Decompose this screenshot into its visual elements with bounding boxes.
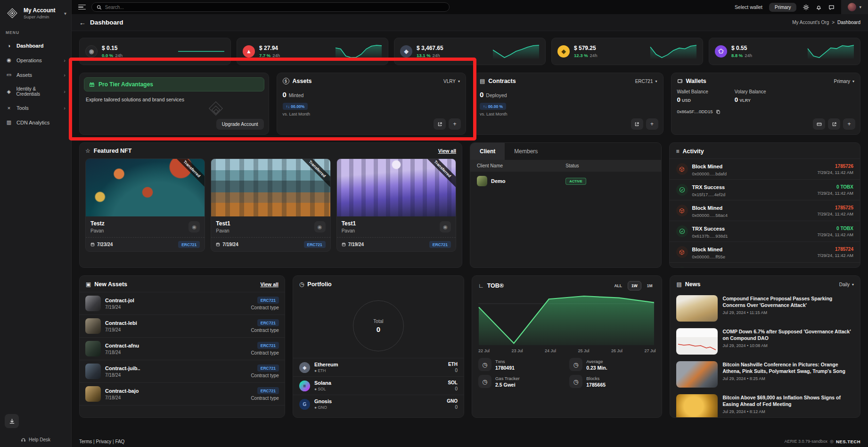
contracts-export-button[interactable]	[631, 118, 643, 130]
activity-row[interactable]: Block Mined0x00000.....bdafd 17857267/29…	[670, 158, 860, 179]
news-item[interactable]: Bitcoin Above $69,000 as Inflation Shows…	[670, 391, 860, 418]
portfolio-row[interactable]: ≡ Solana● SOL SOL0	[293, 376, 464, 395]
search-bar[interactable]	[91, 2, 450, 12]
tab-members[interactable]: Members	[505, 143, 547, 160]
credit-card-icon	[817, 122, 822, 127]
breadcrumb-org[interactable]: My Account's Org	[792, 20, 829, 25]
sidebar-item-cdn-analytics[interactable]: ▥ CDN Analytics	[0, 115, 71, 130]
download-button[interactable]	[5, 414, 19, 428]
ticker-change: 0.0 %	[102, 53, 113, 58]
sidebar-item-label: Assets	[16, 72, 32, 78]
sidebar-item-identity-credentials[interactable]: ◈ Identity & Credentials ›	[0, 82, 71, 101]
wallet-add-button[interactable]: +	[843, 118, 855, 130]
help-desk-link[interactable]: Help Desk	[0, 434, 71, 445]
portfolio-row[interactable]: ◆ Ethereum● ETH ETH0	[293, 358, 464, 376]
notifications-button[interactable]	[816, 4, 822, 10]
assets-add-button[interactable]: +	[449, 118, 461, 130]
list-item[interactable]: Contract-lebi7/19/24 ERC721Contract type	[80, 315, 285, 337]
ticker-period: 24h	[115, 53, 123, 58]
assets-export-button[interactable]	[434, 118, 446, 130]
assets-token-dropdown[interactable]: VLRY ▾	[443, 79, 460, 84]
timestamp: 7/29/24, 11:42 AM	[818, 253, 853, 258]
activity-row[interactable]: TRX Success0x15f17.....4ef2d 0 TOBX7/29/…	[670, 179, 860, 200]
list-item[interactable]: Contract-bajo7/18/24 ERC721Contract type	[80, 382, 285, 405]
upgrade-account-button[interactable]: Upgrade Account	[216, 119, 264, 130]
news-item[interactable]: Compound Finance Proposal Passes Sparkin…	[670, 292, 860, 325]
chevron-right-icon: ›	[64, 58, 66, 63]
tx-hash: 0x15f17.....4ef2d	[692, 192, 726, 197]
timestamp: 7/29/24, 11:42 AM	[818, 170, 853, 175]
search-input[interactable]	[105, 5, 444, 10]
tx-hash: 0x00000.....bdafd	[692, 171, 727, 176]
pro-tier-card: Pro Tier Advantages Explore tailored sol…	[79, 73, 269, 135]
plus-icon: +	[453, 121, 456, 127]
table-row[interactable]: Demo ACTIVE	[470, 172, 661, 190]
wallet-select-dropdown[interactable]: Primary ▾	[834, 79, 854, 84]
back-button[interactable]: ←	[79, 19, 86, 26]
terms-link[interactable]: Terms	[79, 439, 92, 444]
price-ticker-row: ◉ $ 0.15 0.0 %24h ▲ $ 27.94 7.7 %24h	[79, 38, 860, 65]
portfolio-donut-chart: Total 0	[353, 300, 404, 351]
account-switcher[interactable]: My Account Super Admin ▾	[0, 0, 71, 27]
sparkline-chart	[650, 43, 697, 59]
faq-link[interactable]: FAQ	[115, 439, 124, 444]
activity-row[interactable]: TRX Success0x6137b.....938d1 0 TOBX7/29/…	[670, 221, 860, 241]
hamburger-menu-icon[interactable]	[78, 5, 86, 10]
activity-row[interactable]: Block Mined0x00000.....ff55e 17857247/29…	[670, 241, 860, 262]
sidebar-item-assets[interactable]: ▭ Assets ›	[0, 67, 71, 82]
news-item[interactable]: Bitcoin Nashville Conference in Pictures…	[670, 358, 860, 391]
token-chip-icon: ◉	[314, 221, 326, 232]
messages-button[interactable]	[828, 4, 835, 10]
list-item[interactable]: Contract-juib..7/18/24 ERC721Contract ty…	[80, 360, 285, 382]
news-frequency-dropdown[interactable]: Daily ▾	[839, 282, 854, 287]
nft-card[interactable]: Transferred Test1 Pavan ◉	[336, 158, 456, 252]
wallet-address: 0x86a5F....0DD15	[677, 109, 713, 114]
portfolio-row[interactable]: G Gnosis● GNO GNO0	[293, 395, 464, 413]
erc721-badge: ERC721	[304, 241, 326, 248]
nft-card[interactable]: Transferred Test1 Pavan ◉	[211, 158, 330, 252]
sidebar-item-dashboard[interactable]: ◑ Dashboard	[0, 39, 71, 53]
gnosis-coin-icon: G	[299, 399, 310, 410]
activity-row[interactable]: Block Mined0x00000.....58ac4 17857257/29…	[670, 200, 860, 221]
sparkline-chart	[178, 43, 225, 59]
theme-toggle-button[interactable]	[803, 4, 809, 10]
external-link-icon	[832, 122, 837, 127]
nft-card[interactable]: Transferred Testz Pavan ◉	[85, 158, 205, 252]
nft-view-all-link[interactable]: View all	[438, 148, 456, 154]
clock-icon: ◷	[478, 358, 491, 371]
calendar-icon	[216, 242, 220, 247]
filter-all[interactable]: ALL	[611, 281, 625, 290]
wallet-card-button[interactable]	[813, 118, 825, 130]
privacy-link[interactable]: Privacy	[96, 439, 111, 444]
minted-count: 0	[283, 91, 287, 99]
user-menu[interactable]: ▾	[841, 0, 868, 14]
new-assets-view-all-link[interactable]: View all	[261, 281, 278, 287]
news-panel: ▤ News Daily ▾ Compound Finance Proposal…	[670, 275, 860, 418]
sparkline-chart	[807, 43, 854, 59]
contracts-type-dropdown[interactable]: ERC721 ▾	[635, 79, 657, 84]
list-item[interactable]: Contract-jol7/19/24 ERC721Contract type	[80, 292, 285, 315]
x-axis-labels: 22 Jul 23 Jul 24 Jul 25 Jul 26 Jul 27 Ju…	[472, 347, 662, 353]
filter-1w[interactable]: 1W	[628, 281, 641, 290]
star-icon: ☆	[85, 148, 90, 154]
nft-image: Transferred	[211, 159, 330, 216]
brand-logo-icon: ◎	[830, 439, 834, 444]
activity-row[interactable]: TRX Success0x5e114.....808a4 0 TOBX7/29/…	[670, 262, 860, 268]
footer: Terms | Privacy | FAQ AERIE 3.0.79-sandb…	[72, 436, 868, 447]
timestamp: 7/29/24, 11:42 AM	[818, 211, 853, 216]
list-item[interactable]: Contract-afnu7/18/24 ERC721Contract type	[80, 337, 285, 360]
list-item[interactable]: Contract-kid ERC721	[80, 405, 285, 409]
primary-wallet-button[interactable]: Primary	[769, 3, 796, 12]
block-icon	[679, 249, 685, 255]
wallet-export-button[interactable]	[828, 118, 840, 130]
copy-icon[interactable]	[716, 109, 721, 114]
select-wallet-label[interactable]: Select wallet	[735, 4, 762, 10]
sidebar-item-tools[interactable]: × Tools ›	[0, 101, 71, 115]
contracts-add-button[interactable]: +	[646, 118, 658, 130]
tab-client[interactable]: Client	[470, 143, 505, 160]
sidebar-item-operations[interactable]: ◉ Operations ›	[0, 53, 71, 67]
news-item[interactable]: COMP Down 6.7% after Supposed 'Governanc…	[670, 325, 860, 358]
status-badge: ACTIVE	[565, 178, 586, 185]
filter-1m[interactable]: 1M	[644, 281, 656, 290]
app-root: My Account Super Admin ▾ MENU ◑ Dashboar…	[0, 0, 868, 447]
